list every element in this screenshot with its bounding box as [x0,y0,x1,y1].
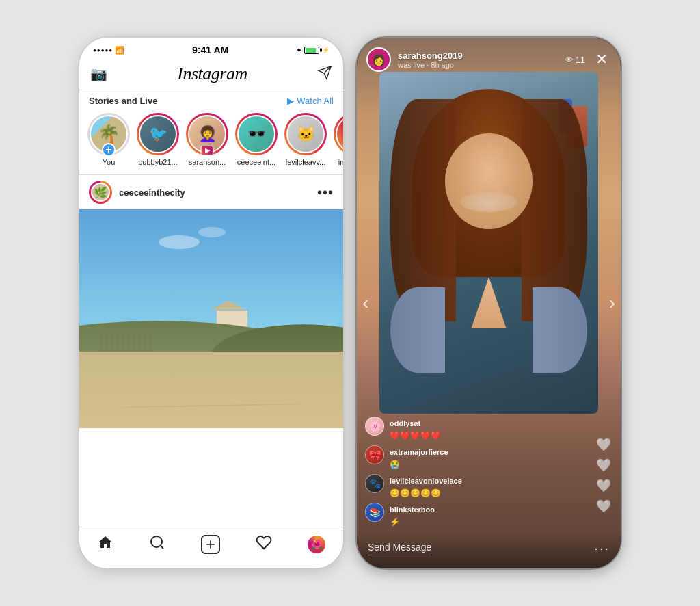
right-phone: 👩 sarahsong2019 was live · 8h ago 👁 11 ✕… [355,36,622,570]
comment-text-levilcleavon: levilcleavonlovelace 😊😊😊😊😊 [390,474,462,499]
comment-avatar-oddlysat: 🌸 [365,417,384,436]
instagram-logo: Instagram [177,64,247,84]
bluetooth-icon: ✦ [296,47,301,54]
live-username: sarahsong2019 [398,51,558,61]
live-viewers: 👁 11 [565,55,585,65]
live-close-button[interactable]: ✕ [592,50,611,69]
send-message-input[interactable]: Send Message [368,542,431,555]
eye-icon: 👁 [565,55,573,64]
live-prev-button[interactable]: ‹ [362,292,368,314]
nav-home-icon[interactable] [97,534,113,555]
comment-item-levilcleavon: 🐾 levilcleavonlovelace 😊😊😊😊😊 [365,474,580,499]
comment-text-extramajor: extramajorfierce 😭 [390,445,448,470]
svg-point-2 [151,536,162,547]
story-item-ceecee[interactable]: 🕶️ ceeceeint... [235,113,278,166]
post-username[interactable]: ceeceeinthecity [119,187,185,198]
story-label-levilcleavv: levilcleavv... [286,158,325,166]
live-bottom-bar: Send Message ··· [357,533,621,568]
nav-add-icon[interactable] [201,535,220,554]
live-top-bar: 👩 sarahsong2019 was live · 8h ago 👁 11 ✕ [357,38,621,77]
story-label-you: You [103,158,116,166]
charging-icon: ⚡ [322,47,329,53]
story-label-ceecee: ceeceeint... [237,158,275,166]
heart-3: 🤍 [596,478,611,493]
post-author: 🌿 ceeceeinthecity [89,181,185,204]
story-item-sarah[interactable]: 👩‍🦱 ▶ sarahson... [186,113,228,166]
live-user-avatar[interactable]: 👩 [366,47,391,72]
add-story-badge: + [102,143,116,157]
stories-header: Stories and Live ▶ Watch All [79,90,343,110]
live-user-info: sarahsong2019 was live · 8h ago [398,51,558,69]
post-header: 🌿 ceeceeinthecity ••• [79,175,343,209]
comment-username-extramajor: extramajorfierce [390,448,448,456]
heart-2: 🤍 [596,458,611,473]
live-comments: 🌸 oddlysat ❤️❤️❤️❤️❤️ 🎀 extramajorfierce… [365,417,580,527]
viewer-count: 11 [576,55,585,65]
svg-line-3 [161,546,163,549]
post-more-button[interactable]: ••• [317,185,334,200]
ig-header: 📷 Instagram [79,58,343,90]
story-item-you[interactable]: 🌴 + You [88,113,130,166]
story-label-bobby: bobbyb21... [138,158,178,166]
live-play-badge: ▶ [201,146,214,155]
story-item-instagram[interactable]: 📷 instagra... [334,113,343,166]
left-phone: ●●●●● 📶 9:41 AM ✦ ⚡ 📷 Instagram [78,36,345,570]
live-status: was live · 8h ago [398,61,558,69]
comment-msg-levilcleavon: 😊😊😊😊😊 [390,488,441,498]
live-hearts: 🤍 🤍 🤍 🤍 [596,437,611,514]
comment-msg-extramajor: 😭 [390,460,400,469]
nav-search-icon[interactable] [149,534,165,555]
story-avatar-ceecee: 🕶️ [237,115,275,153]
story-label-instagram: instagra... [338,158,343,166]
comment-avatar-extramajor: 🎀 [365,445,384,464]
camera-icon[interactable]: 📷 [90,66,107,82]
feed-post: 🌿 ceeceeinthecity ••• [79,175,343,527]
heart-4: 🤍 [596,499,611,514]
live-video [379,72,598,414]
stories-list: 🌴 + You 🐦 bobbyb21... [79,110,343,174]
story-avatar-instagram: 📷 [336,115,343,153]
comment-text-blinkster: blinksterboo ⚡ [390,503,435,527]
signal-dots: ●●●●● [93,47,113,53]
post-avatar[interactable]: 🌿 [89,181,112,204]
battery-icon [304,47,319,54]
comment-msg-blinkster: ⚡ [390,517,400,527]
play-icon: ▶ [287,96,294,106]
comment-text-oddlysat: oddlysat ❤️❤️❤️❤️❤️ [390,417,441,441]
live-next-button[interactable]: › [609,292,615,314]
time-display: 9:41 AM [192,44,228,55]
story-item-bobby[interactable]: 🐦 bobbyb21... [137,113,179,166]
story-avatar-levilcleavv: 🐱 [286,115,325,153]
comment-item-extramajor: 🎀 extramajorfierce 😭 [365,445,580,470]
heart-1: 🤍 [596,437,611,452]
bottom-nav: 🌺 [79,527,343,568]
comment-item-blinkster: 📚 blinksterboo ⚡ [365,503,580,527]
comment-username-oddlysat: oddlysat [390,419,420,427]
nav-heart-icon[interactable] [256,534,272,555]
status-bar: ●●●●● 📶 9:41 AM ✦ ⚡ [79,38,343,58]
comment-avatar-blinkster: 📚 [365,503,384,522]
wifi-icon: 📶 [115,46,124,55]
live-more-button[interactable]: ··· [594,540,610,556]
stories-title: Stories and Live [89,96,157,106]
story-item-levilcleavv[interactable]: 🐱 levilcleavv... [284,113,327,166]
stories-bar: Stories and Live ▶ Watch All 🌴 + You [79,90,343,175]
story-label-sarah: sarahson... [189,158,226,166]
comment-msg-oddlysat: ❤️❤️❤️❤️❤️ [390,431,441,440]
comment-avatar-levilcleavon: 🐾 [365,474,384,493]
story-avatar-bobby: 🐦 [139,115,177,153]
nav-profile-icon[interactable]: 🌺 [308,536,325,553]
comment-username-blinkster: blinksterboo [390,505,435,514]
direct-message-icon[interactable] [317,65,332,83]
post-image [79,209,343,428]
watch-all-button[interactable]: ▶ Watch All [287,96,334,106]
comment-username-levilcleavon: levilcleavonlovelace [390,477,462,485]
comment-item-oddlysat: 🌸 oddlysat ❤️❤️❤️❤️❤️ [365,417,580,441]
